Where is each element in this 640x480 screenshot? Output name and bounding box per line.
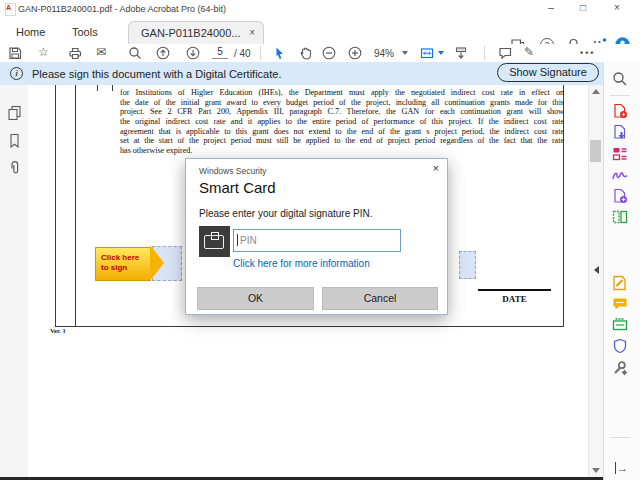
smart-card-icon bbox=[199, 226, 230, 257]
window-title: GAN-P011B240001.pdf - Adobe Acrobat Pro … bbox=[18, 4, 226, 14]
zoom-in-icon[interactable] bbox=[348, 46, 362, 60]
zoom-dropdown-icon[interactable] bbox=[402, 51, 408, 55]
title-bar: A GAN-P011B240001.pdf - Adobe Acrobat Pr… bbox=[0, 0, 640, 18]
minimize-button[interactable]: – bbox=[540, 1, 562, 15]
text-caret bbox=[237, 234, 238, 246]
table-border bbox=[97, 85, 98, 91]
info-icon: i bbox=[10, 67, 23, 80]
scrollbar-thumb[interactable] bbox=[590, 140, 601, 162]
bookmarks-icon[interactable] bbox=[7, 133, 22, 148]
tab-document-label: GAN-P011B24000... bbox=[141, 27, 240, 39]
maximize-button[interactable]: □ bbox=[572, 1, 594, 15]
tab-close-icon[interactable]: × bbox=[249, 27, 255, 38]
comment-tool-icon[interactable] bbox=[612, 296, 628, 312]
export-pdf-icon[interactable] bbox=[612, 124, 628, 140]
paragraph-line: set at the start of the project period m… bbox=[120, 136, 564, 146]
date-signature-line bbox=[478, 289, 551, 291]
signature-field-2[interactable] bbox=[459, 251, 476, 279]
acrobat-window: A GAN-P011B240001.pdf - Adobe Acrobat Pr… bbox=[0, 0, 640, 480]
toolbar-divider bbox=[260, 46, 261, 60]
search-icon[interactable] bbox=[612, 71, 628, 87]
tab-bar: Home Tools GAN-P011B24000... × ? bbox=[0, 18, 640, 44]
paragraph-text: for Institutions of Higher Education (IH… bbox=[120, 88, 564, 156]
scroll-down-icon[interactable] bbox=[592, 468, 600, 473]
favorite-star-icon[interactable]: ☆ bbox=[38, 45, 49, 59]
windows-security-dialog: Windows Security × Smart Card Please ent… bbox=[185, 158, 448, 315]
paragraph-line: project. See 2 CFR Part 200, Appendix II… bbox=[120, 107, 564, 117]
rail-divider bbox=[610, 95, 630, 96]
request-signatures-icon[interactable] bbox=[612, 167, 628, 183]
fit-width-icon[interactable] bbox=[420, 46, 434, 60]
table-border bbox=[55, 85, 56, 327]
cancel-button[interactable]: Cancel bbox=[322, 287, 438, 310]
more-tools-ellipsis-icon[interactable]: ••• bbox=[580, 48, 595, 58]
paragraph-line: agreement that is applicable to this gra… bbox=[120, 127, 564, 137]
sign-here-callout[interactable]: Click here to sign bbox=[95, 247, 151, 281]
highlight-pen-icon[interactable]: ✎ bbox=[524, 45, 534, 59]
select-tool-icon[interactable] bbox=[272, 46, 286, 60]
page-total-label: / 40 bbox=[234, 48, 251, 59]
rail-divider bbox=[610, 437, 630, 438]
collapse-right-panel-icon[interactable] bbox=[594, 266, 599, 274]
zoom-out-icon[interactable] bbox=[322, 46, 336, 60]
table-border bbox=[55, 326, 564, 327]
pin-input[interactable] bbox=[233, 229, 401, 252]
dialog-title: Smart Card bbox=[199, 179, 276, 196]
email-icon[interactable]: ✉ bbox=[96, 45, 106, 59]
version-label: Ver. 1 bbox=[50, 327, 66, 334]
callout-text: Click here bbox=[101, 253, 139, 262]
dialog-header: Windows Security bbox=[199, 166, 267, 176]
organize-pages-icon[interactable] bbox=[612, 209, 628, 225]
pdf-file-icon: A bbox=[5, 3, 16, 16]
create-pdf-icon[interactable] bbox=[612, 103, 628, 119]
comment-icon[interactable] bbox=[498, 46, 512, 60]
paragraph-line: has otherwise expired. bbox=[120, 146, 564, 156]
find-icon[interactable] bbox=[128, 46, 142, 60]
ok-button[interactable]: OK bbox=[197, 287, 314, 310]
fit-dropdown-icon[interactable] bbox=[438, 51, 444, 55]
table-border bbox=[75, 85, 76, 327]
table-border bbox=[112, 85, 113, 91]
paragraph-line: for Institutions of Higher Education (IH… bbox=[120, 88, 564, 98]
paragraph-line: the original indirect cost rate and it a… bbox=[120, 117, 564, 127]
more-information-link[interactable]: Click here for more information bbox=[233, 258, 370, 269]
zoom-level-label[interactable]: 94% bbox=[374, 48, 394, 59]
callout-arrow bbox=[150, 245, 164, 281]
page-thumbnails-icon[interactable] bbox=[7, 105, 22, 120]
date-label: DATE bbox=[478, 294, 551, 304]
scroll-up-icon[interactable] bbox=[592, 89, 600, 94]
tab-document[interactable]: GAN-P011B24000... × bbox=[128, 21, 264, 45]
hand-tool-icon[interactable] bbox=[298, 46, 312, 60]
expand-panel-icon[interactable]: → bbox=[615, 462, 628, 474]
print-icon[interactable] bbox=[68, 46, 82, 60]
tab-home[interactable]: Home bbox=[16, 26, 45, 38]
scan-ocr-icon[interactable] bbox=[612, 317, 628, 333]
protect-pdf-icon[interactable] bbox=[612, 338, 628, 354]
callout-text: to sign bbox=[101, 263, 127, 272]
dialog-close-icon[interactable]: × bbox=[433, 162, 439, 174]
next-page-icon[interactable] bbox=[186, 46, 200, 60]
tab-tools[interactable]: Tools bbox=[72, 26, 98, 38]
paragraph-line: the date of the initial grant award to e… bbox=[120, 98, 564, 108]
fill-sign-icon[interactable] bbox=[612, 275, 628, 291]
attachments-icon[interactable] bbox=[7, 160, 22, 175]
edit-pdf-icon[interactable] bbox=[612, 146, 628, 162]
pin-prompt: Please enter your digital signature PIN. bbox=[199, 208, 372, 219]
previous-page-icon[interactable] bbox=[156, 46, 170, 60]
save-icon[interactable] bbox=[8, 46, 22, 60]
show-signature-button[interactable]: Show Signature bbox=[497, 63, 599, 82]
notification-message: Please sign this document with a Digital… bbox=[32, 68, 281, 80]
page-number-input[interactable]: 5 bbox=[212, 46, 228, 59]
close-button[interactable]: × bbox=[606, 1, 628, 15]
more-tools-icon[interactable] bbox=[612, 360, 628, 376]
scroll-mode-icon[interactable] bbox=[454, 46, 468, 60]
combine-files-icon[interactable] bbox=[612, 188, 628, 204]
toolbar-divider bbox=[484, 46, 485, 60]
